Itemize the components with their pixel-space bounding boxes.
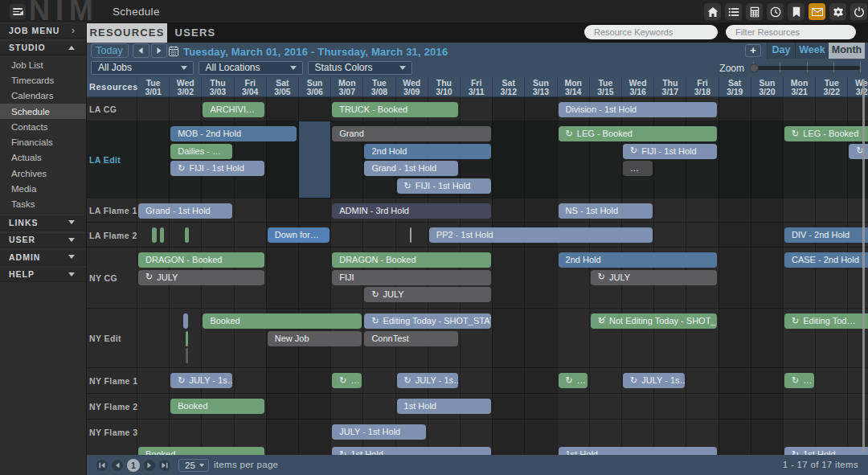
event-bar-booked[interactable]: Booked: [138, 447, 264, 455]
resource-label-la-cg[interactable]: LA CG: [89, 104, 117, 114]
sidebar-section-user[interactable]: USER: [0, 232, 86, 248]
bookmark-button[interactable]: [788, 3, 805, 20]
event-bar-1st-hold[interactable]: 1st Hold: [559, 447, 718, 455]
list-button[interactable]: [725, 3, 742, 20]
event-bar-leg-booked[interactable]: ↻LEG - Booked: [784, 126, 868, 141]
sidebar-item-schedule[interactable]: Schedule: [0, 104, 86, 119]
event-bar[interactable]: [410, 227, 411, 243]
resource-label-ny-flame-1[interactable]: NY Flame 1: [89, 376, 137, 386]
event-bar-[interactable]: ↻…: [784, 373, 814, 388]
event-bar-conntest[interactable]: ConnTest: [364, 331, 458, 346]
resource-label-la-flame-1[interactable]: LA Flame 1: [89, 206, 137, 215]
event-bar-july-1s[interactable]: ↻JULY - 1s…: [623, 373, 685, 388]
event-bar-not-editing-today-shot[interactable]: ↻Not Editing Today - SHOT_…: [591, 313, 717, 329]
resource-keywords-input[interactable]: [584, 25, 718, 39]
sidebar-item-contacts[interactable]: Contacts: [0, 119, 86, 134]
current-page-button[interactable]: 1: [127, 459, 140, 472]
event-bar-mob-2nd-hold[interactable]: MOB - 2nd Hold: [170, 126, 297, 141]
event-bar-[interactable]: ↻…: [332, 373, 362, 388]
event-bar-dragon-booked[interactable]: DRAGON - Booked: [332, 252, 491, 268]
tab-users[interactable]: USERS: [167, 23, 223, 43]
last-page-button[interactable]: [159, 460, 170, 471]
resource-label-ny-edit[interactable]: NY Edit: [89, 334, 121, 343]
event-bar-fiji[interactable]: FIJI: [332, 270, 491, 285]
event-bar-case-2nd-hold[interactable]: CASE - 2nd Hold: [784, 252, 868, 268]
event-bar-truck-booked[interactable]: TRUCK - Booked: [332, 102, 458, 117]
event-bar-july[interactable]: ↻JULY: [364, 287, 490, 302]
event-bar-editing-tod[interactable]: ↻Editing Tod…: [784, 313, 868, 329]
event-bar-dailies[interactable]: Dailies - …: [170, 144, 232, 159]
event-bar[interactable]: [152, 227, 157, 243]
add-event-button[interactable]: +: [745, 44, 761, 58]
jobs-filter-select[interactable]: All Jobs: [91, 61, 194, 76]
next-page-button[interactable]: [144, 460, 155, 471]
prev-period-button[interactable]: [133, 43, 149, 59]
sidebar-item-actuals[interactable]: Actuals: [0, 150, 86, 166]
event-bar-july[interactable]: ↻JULY: [591, 270, 717, 285]
resource-label-la-flame-2[interactable]: LA Flame 2: [89, 231, 137, 240]
event-bar-new-job[interactable]: New Job: [268, 331, 362, 346]
sidebar-section-links[interactable]: LINKS: [0, 215, 86, 231]
filter-resources-input[interactable]: [726, 25, 856, 39]
home-button[interactable]: [704, 3, 721, 20]
event-bar-fiji-1st-hold[interactable]: ↻FIJI - 1st Hold: [623, 144, 717, 159]
mail-button[interactable]: [809, 3, 825, 20]
event-bar-admin-3rd-hold[interactable]: ADMIN - 3rd Hold: [332, 203, 491, 219]
sidebar-item-financials[interactable]: Financials: [0, 135, 86, 150]
view-month-button[interactable]: Month: [829, 43, 865, 59]
date-range-label[interactable]: Tuesday, March 01, 2016 - Thursday, Marc…: [183, 46, 448, 58]
event-bar-fiji-1st-hold[interactable]: ↻FIJI - 1st Hold: [397, 178, 491, 194]
locations-filter-select[interactable]: All Locations: [199, 61, 303, 76]
resource-label-ny-flame-3[interactable]: NY Flame 3: [89, 428, 137, 437]
sidebar-item-calendars[interactable]: Calendars: [0, 88, 86, 104]
sidebar-item-job-list[interactable]: Job List: [0, 57, 86, 72]
event-bar-july[interactable]: ↻JULY: [138, 270, 264, 285]
event-bar-down-for[interactable]: Down for…: [268, 227, 330, 243]
event-bar-booked[interactable]: Booked: [170, 399, 264, 414]
menu-collapse-button[interactable]: [10, 4, 26, 19]
event-bar-1st-hold[interactable]: ↻1st Hold: [332, 447, 491, 455]
event-bar-1st-hold[interactable]: ↻1st Hold: [784, 447, 868, 455]
resource-label-ny-flame-2[interactable]: NY Flame 2: [89, 402, 137, 412]
items-per-page-select[interactable]: 25: [178, 459, 209, 473]
sidebar-section-help[interactable]: HELP: [0, 267, 86, 283]
next-period-button[interactable]: [151, 43, 167, 59]
calendar-icon[interactable]: [169, 45, 178, 59]
resource-label-ny-cg[interactable]: NY CG: [89, 273, 117, 283]
sidebar-section-admin[interactable]: ADMIN: [0, 249, 86, 265]
view-day-button[interactable]: Day: [767, 43, 795, 59]
event-bar-dragon-booked[interactable]: DRAGON - Booked: [138, 252, 264, 268]
event-bar-july-1st-hold[interactable]: JULY - 1st Hold: [332, 424, 426, 440]
event-bar-[interactable]: …: [623, 161, 653, 176]
tab-resources[interactable]: RESOURCES: [87, 23, 167, 43]
event-bar-ns-1st-hold[interactable]: NS - 1st Hold: [559, 203, 653, 219]
event-bar-[interactable]: ↻…: [559, 373, 588, 388]
view-week-button[interactable]: Week: [795, 43, 829, 59]
resource-label-la-edit[interactable]: LA Edit: [89, 155, 121, 165]
gear-button[interactable]: [829, 3, 846, 20]
event-bar-grand[interactable]: Grand: [332, 126, 491, 141]
power-button[interactable]: [850, 3, 867, 20]
zoom-slider-knob[interactable]: [750, 63, 759, 72]
event-bar[interactable]: [183, 313, 188, 329]
event-bar[interactable]: [186, 348, 188, 363]
sidebar-item-archives[interactable]: Archives: [0, 166, 86, 181]
event-bar[interactable]: [160, 227, 165, 243]
sidebar-item-media[interactable]: Media: [0, 181, 86, 196]
event-bar-grand-1st-hold[interactable]: Grand - 1st Hold: [138, 203, 232, 219]
event-bar-july-1s[interactable]: ↻JULY - 1s…: [397, 373, 459, 388]
sidebar-item-timecards[interactable]: Timecards: [0, 72, 86, 88]
sidebar-item-tasks[interactable]: Tasks: [0, 197, 86, 212]
event-bar-archivi[interactable]: ARCHIVI…: [203, 102, 264, 117]
event-bar-1st-hold[interactable]: 1st Hold: [397, 399, 491, 414]
event-bar-leg-booked[interactable]: ↻LEG - Booked: [559, 126, 718, 141]
event-bar[interactable]: [186, 331, 188, 346]
first-page-button[interactable]: [96, 460, 108, 471]
event-bar-division-1st-hold[interactable]: Division - 1st Hold: [559, 102, 718, 117]
event-bar-booked[interactable]: Booked: [203, 313, 362, 329]
calculator-button[interactable]: [746, 3, 763, 20]
event-bar-grand-1st-hold[interactable]: Grand - 1st Hold: [364, 161, 458, 176]
vertical-scrollbar[interactable]: [862, 79, 865, 452]
event-bar-pp2-1st-hold[interactable]: PP2 - 1st Hold: [429, 227, 653, 243]
clock-button[interactable]: [767, 3, 784, 20]
